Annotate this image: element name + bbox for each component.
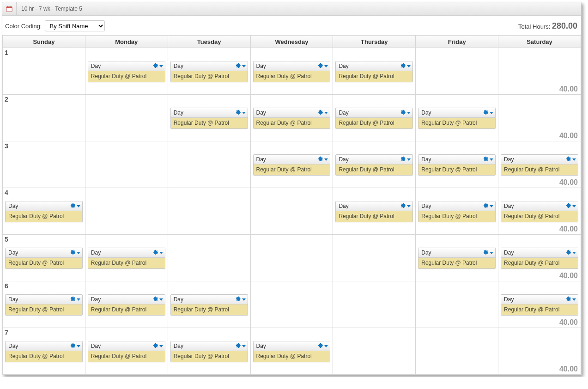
- shift-menu-button[interactable]: [153, 249, 163, 256]
- day-cell[interactable]: 1: [3, 48, 85, 95]
- day-cell[interactable]: DayRegular Duty @ Patrol: [85, 328, 168, 375]
- day-cell[interactable]: [250, 281, 333, 328]
- shift-menu-button[interactable]: [483, 156, 493, 163]
- day-cell[interactable]: DayRegular Duty @ Patrol: [85, 235, 168, 281]
- day-cell[interactable]: [168, 141, 250, 188]
- shift-card[interactable]: DayRegular Duty @ Patrol: [5, 248, 83, 269]
- day-cell[interactable]: DayRegular Duty @ Patrol: [168, 328, 250, 375]
- day-cell[interactable]: 40.00: [498, 95, 581, 141]
- shift-menu-button[interactable]: [483, 109, 493, 116]
- day-cell[interactable]: [168, 235, 250, 281]
- day-cell[interactable]: DayRegular Duty @ Patrol40.00: [498, 281, 581, 328]
- day-cell[interactable]: DayRegular Duty @ Patrol: [333, 188, 416, 235]
- shift-menu-button[interactable]: [70, 296, 80, 303]
- shift-card[interactable]: DayRegular Duty @ Patrol: [501, 294, 578, 316]
- day-cell[interactable]: 3: [3, 141, 85, 188]
- shift-menu-button[interactable]: [236, 109, 246, 116]
- day-cell[interactable]: DayRegular Duty @ Patrol40.00: [498, 141, 581, 188]
- day-cell[interactable]: DayRegular Duty @ Patrol40.00: [498, 235, 581, 281]
- shift-card[interactable]: DayRegular Duty @ Patrol: [418, 248, 496, 269]
- shift-card[interactable]: DayRegular Duty @ Patrol: [418, 154, 496, 176]
- day-cell[interactable]: [333, 235, 416, 281]
- shift-menu-button[interactable]: [70, 249, 80, 256]
- shift-menu-button[interactable]: [566, 249, 576, 256]
- shift-menu-button[interactable]: [483, 249, 493, 256]
- day-cell[interactable]: 2: [3, 95, 85, 141]
- day-cell[interactable]: [168, 188, 250, 235]
- day-cell[interactable]: [333, 328, 416, 375]
- shift-menu-button[interactable]: [318, 343, 328, 350]
- day-cell[interactable]: [250, 235, 333, 281]
- day-cell[interactable]: [416, 281, 498, 328]
- shift-card[interactable]: DayRegular Duty @ Patrol: [501, 154, 578, 176]
- shift-menu-button[interactable]: [400, 63, 411, 70]
- shift-card[interactable]: DayRegular Duty @ Patrol: [88, 248, 165, 269]
- day-cell[interactable]: DayRegular Duty @ Patrol40.00: [498, 188, 581, 235]
- day-cell[interactable]: [333, 281, 416, 328]
- day-cell[interactable]: DayRegular Duty @ Patrol: [416, 141, 498, 188]
- day-cell[interactable]: 6DayRegular Duty @ Patrol: [3, 281, 85, 328]
- shift-card[interactable]: DayRegular Duty @ Patrol: [418, 201, 496, 222]
- shift-menu-button[interactable]: [153, 63, 163, 70]
- shift-menu-button[interactable]: [400, 156, 411, 163]
- shift-card[interactable]: DayRegular Duty @ Patrol: [88, 294, 165, 316]
- day-cell[interactable]: [250, 188, 333, 235]
- shift-menu-button[interactable]: [318, 63, 328, 70]
- shift-card[interactable]: DayRegular Duty @ Patrol: [253, 61, 331, 82]
- day-cell[interactable]: DayRegular Duty @ Patrol: [416, 95, 498, 141]
- day-cell[interactable]: 5DayRegular Duty @ Patrol: [3, 235, 85, 281]
- shift-menu-button[interactable]: [400, 203, 411, 210]
- day-cell[interactable]: [85, 188, 168, 235]
- shift-card[interactable]: DayRegular Duty @ Patrol: [335, 201, 413, 222]
- day-cell[interactable]: DayRegular Duty @ Patrol: [333, 95, 416, 141]
- shift-menu-button[interactable]: [566, 296, 576, 303]
- day-cell[interactable]: 7DayRegular Duty @ Patrol: [3, 328, 85, 375]
- shift-card[interactable]: DayRegular Duty @ Patrol: [501, 201, 578, 222]
- day-cell[interactable]: DayRegular Duty @ Patrol: [250, 95, 333, 141]
- shift-card[interactable]: DayRegular Duty @ Patrol: [253, 341, 331, 362]
- shift-menu-button[interactable]: [566, 156, 576, 163]
- shift-menu-button[interactable]: [566, 203, 576, 210]
- shift-card[interactable]: DayRegular Duty @ Patrol: [335, 154, 413, 176]
- day-cell[interactable]: [416, 328, 498, 375]
- shift-card[interactable]: DayRegular Duty @ Patrol: [253, 108, 331, 129]
- day-cell[interactable]: DayRegular Duty @ Patrol: [168, 281, 250, 328]
- shift-card[interactable]: DayRegular Duty @ Patrol: [501, 248, 578, 269]
- shift-card[interactable]: DayRegular Duty @ Patrol: [418, 108, 496, 129]
- day-cell[interactable]: DayRegular Duty @ Patrol: [250, 48, 333, 95]
- color-coding-select[interactable]: By Shift Name: [45, 20, 105, 31]
- day-cell[interactable]: DayRegular Duty @ Patrol: [168, 48, 250, 95]
- day-cell[interactable]: DayRegular Duty @ Patrol: [416, 188, 498, 235]
- shift-menu-button[interactable]: [236, 296, 246, 303]
- day-cell[interactable]: DayRegular Duty @ Patrol: [168, 95, 250, 141]
- day-cell[interactable]: DayRegular Duty @ Patrol: [85, 281, 168, 328]
- day-cell[interactable]: DayRegular Duty @ Patrol: [333, 48, 416, 95]
- shift-menu-button[interactable]: [483, 203, 493, 210]
- shift-card[interactable]: DayRegular Duty @ Patrol: [335, 108, 413, 129]
- shift-card[interactable]: DayRegular Duty @ Patrol: [5, 294, 83, 316]
- day-cell[interactable]: 40.00: [498, 328, 581, 375]
- day-cell[interactable]: DayRegular Duty @ Patrol: [85, 48, 168, 95]
- shift-menu-button[interactable]: [236, 63, 246, 70]
- shift-card[interactable]: DayRegular Duty @ Patrol: [335, 61, 413, 82]
- shift-menu-button[interactable]: [70, 343, 80, 350]
- day-cell[interactable]: DayRegular Duty @ Patrol: [416, 235, 498, 281]
- shift-menu-button[interactable]: [400, 109, 411, 116]
- shift-menu-button[interactable]: [318, 156, 328, 163]
- day-cell[interactable]: DayRegular Duty @ Patrol: [333, 141, 416, 188]
- day-cell[interactable]: 40.00: [498, 48, 581, 95]
- shift-menu-button[interactable]: [153, 296, 163, 303]
- day-cell[interactable]: [85, 141, 168, 188]
- shift-card[interactable]: DayRegular Duty @ Patrol: [170, 294, 248, 316]
- shift-card[interactable]: DayRegular Duty @ Patrol: [5, 341, 83, 362]
- day-cell[interactable]: DayRegular Duty @ Patrol: [250, 328, 333, 375]
- shift-menu-button[interactable]: [70, 203, 80, 210]
- shift-card[interactable]: DayRegular Duty @ Patrol: [170, 341, 248, 362]
- shift-card[interactable]: DayRegular Duty @ Patrol: [170, 61, 248, 82]
- shift-card[interactable]: DayRegular Duty @ Patrol: [5, 201, 83, 222]
- shift-card[interactable]: DayRegular Duty @ Patrol: [253, 154, 331, 176]
- day-cell[interactable]: [85, 95, 168, 141]
- day-cell[interactable]: 4DayRegular Duty @ Patrol: [3, 188, 85, 235]
- shift-menu-button[interactable]: [318, 109, 328, 116]
- shift-menu-button[interactable]: [236, 343, 246, 350]
